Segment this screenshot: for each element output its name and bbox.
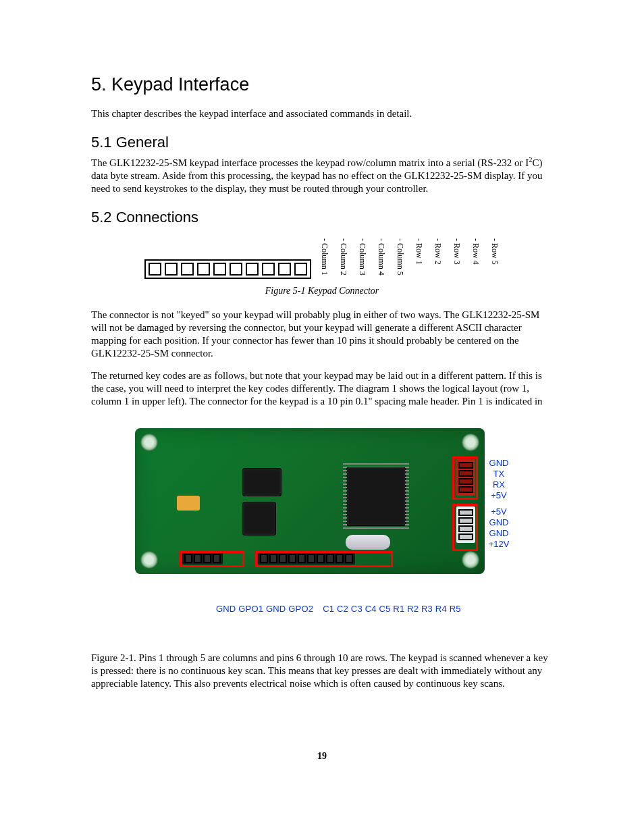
figure-pcb: GND TX RX +5V +5V GND GND +12V GND GPO1 … — [91, 428, 553, 634]
pcb-bottom-labels: GND GPO1 GND GPO2C1 C2 C3 C4 C5 R1 R2 R3… — [91, 583, 553, 634]
pin-slot — [165, 263, 178, 276]
pin-slot — [278, 263, 291, 276]
after-pcb-paragraph: Figure 2-1. Pins 1 through 5 are columns… — [91, 652, 553, 690]
pin-label: - Column 5 — [390, 237, 405, 276]
pin-slot — [246, 263, 259, 276]
pin-slot — [149, 263, 161, 276]
pin-label-group: GND GPO1 GND GPO2 — [216, 604, 313, 614]
pin-label: GND — [489, 528, 510, 539]
pin-label: - Column 2 — [333, 237, 348, 276]
pin-label: +5V — [489, 490, 510, 501]
capacitor-icon — [177, 496, 200, 511]
connections-paragraph-1: The connector is not "keyed" so your key… — [91, 309, 553, 360]
pin-label: +5V — [489, 506, 510, 517]
pin-label: TX — [489, 469, 510, 479]
mounting-hole-icon — [462, 434, 479, 451]
pin-label: GND — [489, 458, 510, 469]
pin-slot — [294, 263, 307, 276]
pcb-board — [135, 428, 485, 574]
pin-label: - Column 1 — [314, 237, 329, 276]
pin-slot — [230, 263, 242, 276]
pin-label: +12V — [489, 539, 510, 550]
pin-label: - Row 1 — [408, 237, 424, 276]
pin-label: - Row 3 — [446, 237, 462, 276]
pin-label-group: C1 C2 C3 C4 C5 R1 R2 R3 R4 R5 — [323, 604, 461, 614]
intro-paragraph: This chapter describes the keypad interf… — [91, 107, 553, 120]
heading-connections: 5.2 Connections — [91, 209, 553, 226]
heading-general: 5.1 General — [91, 134, 553, 151]
pin-label: - Row 5 — [484, 237, 500, 276]
page-number: 19 — [91, 751, 553, 762]
document-page: 5. Keypad Interface This chapter describ… — [0, 0, 644, 802]
pin-slot — [213, 263, 226, 276]
text: The GLK12232-25-SM keypad interface proc… — [91, 157, 529, 168]
mounting-hole-icon — [140, 551, 158, 569]
mounting-hole-icon — [140, 434, 158, 451]
crystal-icon — [346, 535, 390, 550]
pcb-side-labels: GND TX RX +5V +5V GND GND +12V — [489, 458, 510, 550]
connections-paragraph-2: The returned key codes are as follows, b… — [91, 369, 553, 408]
general-paragraph: The GLK12232-25-SM keypad interface proc… — [91, 157, 553, 195]
figure-caption: Figure 5-1 Keypad Connector — [91, 286, 553, 296]
pin-slot — [262, 263, 275, 276]
figure-keypad-connector: - Column 1 - Column 2 - Column 3 - Colum… — [91, 236, 553, 279]
pin-label: - Column 3 — [352, 237, 367, 276]
mounting-hole-icon — [462, 551, 479, 569]
pin-labels-row: - Column 1 - Column 2 - Column 3 - Colum… — [314, 237, 500, 276]
highlight-box — [452, 504, 478, 551]
pin-label: - Row 2 — [427, 237, 443, 276]
ic-chip-icon — [243, 469, 281, 496]
highlight-box — [255, 551, 393, 567]
pin-slot — [181, 263, 194, 276]
connector-outline — [144, 259, 311, 279]
pin-label: - Column 4 — [371, 237, 386, 276]
highlight-box — [452, 457, 478, 500]
pin-label: - Row 4 — [465, 237, 481, 276]
pin-label: GND — [489, 517, 510, 528]
microcontroller-icon — [347, 467, 405, 525]
pin-slot — [197, 263, 210, 276]
highlight-box — [180, 551, 244, 567]
pin-label: RX — [489, 479, 510, 490]
ic-chip-icon — [243, 502, 275, 535]
heading-chapter: 5. Keypad Interface — [91, 74, 553, 95]
